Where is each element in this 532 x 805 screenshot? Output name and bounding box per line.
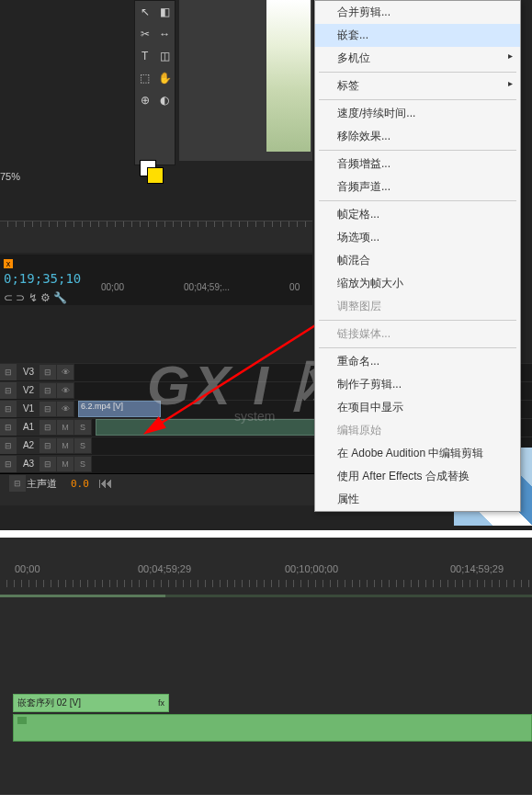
menu-rename[interactable]: 重命名... [315,350,520,373]
menu-remove-effects[interactable]: 移除效果... [315,125,520,148]
menu-speed-duration[interactable]: 速度/持续时间... [315,102,520,125]
menu-link-media: 链接媒体... [315,323,520,346]
menu-properties[interactable]: 属性 [315,488,520,511]
preview-panel [179,0,312,161]
menu-edit-original: 编辑原始 [315,419,520,442]
menu-edit-audition[interactable]: 在 Adobe Audition 中编辑剪辑 [315,442,520,465]
menu-merge-clips[interactable]: 合并剪辑... [315,1,520,24]
timecode-panel: x 0;19;35;10 ⊂ ⊃ ↯ ⚙ 🔧 00;00 00;04;59;..… [0,255,312,305]
bottom-timeline: 00;00 00;04;59;29 00;10;00;00 00;14;59;2… [0,538,532,795]
work-area-bar[interactable] [0,595,532,597]
time-mark: 00;04;59;... [184,282,230,292]
tool-i[interactable]: ⊕ [137,91,153,109]
menu-audio-channels[interactable]: 音频声道... [315,176,520,198]
menu-label[interactable]: 标签 [315,74,520,97]
time-mark: 00;00 [101,282,124,292]
tool-b[interactable]: ◧ [157,3,174,21]
menu-make-subclip[interactable]: 制作子剪辑... [315,373,520,396]
bottom-time-ruler[interactable]: 00;00 00;04;59;29 00;10;00;00 00;14;59;2… [0,563,532,591]
preview-image [266,0,311,152]
tool-g[interactable]: ⬚ [137,69,153,87]
clip-v1[interactable]: 6.2.mp4 [V] [78,401,161,417]
menu-multicam[interactable]: 多机位 [315,47,520,70]
tool-c[interactable]: ✂ [137,25,153,43]
menu-audio-gain[interactable]: 音频增益... [315,153,520,176]
time-mark: 00;04;59;29 [138,563,191,574]
zoom-level: 75% [0,171,20,182]
tool-d[interactable]: ↔ [157,25,174,43]
tool-j[interactable]: ◐ [157,91,174,109]
timeline-ruler-preview [0,221,312,253]
context-menu: 合并剪辑... 嵌套... 多机位 标签 速度/持续时间... 移除效果... … [314,0,521,512]
menu-scale-to-frame[interactable]: 缩放为帧大小 [315,272,520,295]
close-marker[interactable]: x [4,259,13,268]
timeline-controls[interactable]: ⊂ ⊃ ↯ ⚙ 🔧 [4,291,67,304]
menu-field-options[interactable]: 场选项... [315,226,520,249]
tool-f[interactable]: ◫ [157,47,174,65]
current-timecode[interactable]: 0;19;35;10 [4,271,81,286]
menu-reveal-in-project[interactable]: 在项目中显示 [315,396,520,419]
menu-replace-ae[interactable]: 使用 After Effects 合成替换 [315,465,520,488]
tool-text[interactable]: T [137,47,153,65]
time-mark: 00 [289,282,300,292]
tool-h[interactable]: ✋ [157,69,174,87]
fx-icon: fx [158,695,164,711]
menu-frame-hold[interactable]: 帧定格... [315,203,520,226]
tool-panel: ↖◧ ✂↔ T◫ ⬚✋ ⊕◐ [134,0,175,165]
nested-sequence-audio[interactable] [13,714,532,742]
bottom-screenshot: 00;00 00;04;59;29 00;10;00;00 00;14;59;2… [0,538,532,805]
menu-nest[interactable]: 嵌套... [315,24,520,47]
tool-arrow[interactable]: ↖ [137,3,153,21]
watermark-sub: system [234,409,275,424]
time-mark: 00;10;00;00 [285,563,338,574]
nested-sequence-clip[interactable]: 嵌套序列 02 [V] fx [13,694,169,712]
menu-frame-blend[interactable]: 帧混合 [315,249,520,272]
time-ruler-top: 00;00 00;04;59;... 00 [101,282,300,292]
time-mark: 00;14;59;29 [450,563,504,574]
menu-adjustment-layer: 调整图层 [315,295,520,318]
time-mark: 00;00 [15,563,40,574]
